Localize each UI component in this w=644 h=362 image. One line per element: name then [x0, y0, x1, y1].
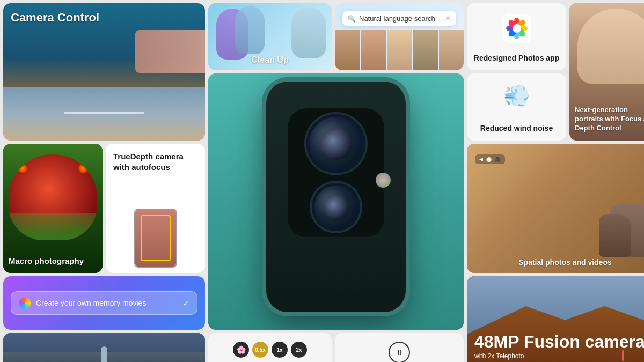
person-4	[413, 30, 437, 70]
memory-input-bar: Create your own memory movies ✓	[11, 291, 197, 315]
tile-natural-language: 🔍 Natural language search ✕	[335, 3, 464, 70]
lens-0-5x: 0.5x	[252, 342, 268, 358]
memory-input-text: Create your own memory movies	[36, 299, 177, 307]
feature-grid: Camera Control Clean Up 🔍 Natural langua…	[0, 0, 644, 362]
tile-spatial: ◀ ⬤ 🎥 Spatial photos and videos	[467, 144, 644, 273]
tile-camera-control: Camera Control	[3, 3, 205, 141]
wind-icon: 💨	[503, 83, 530, 108]
people-thumbnails	[335, 30, 464, 70]
lens-icons: 🌸 0.5x 1x 2x	[208, 342, 332, 358]
tile-fusion: 48MP Fusion camera with 2x Telephoto	[467, 276, 644, 362]
spatial-label: Spatial photos and videos	[467, 258, 644, 267]
svg-point-9	[513, 24, 521, 33]
clean-up-label: Clean Up	[208, 55, 332, 65]
tile-wind-noise: 💨 Reduced wind noise	[467, 73, 566, 141]
tile-clean-up: Clean Up	[208, 3, 332, 70]
search-text: Natural language search	[359, 14, 442, 23]
tile-memory: Create your own memory movies ✓	[3, 276, 205, 330]
camera-control-title: Camera Control	[11, 11, 99, 25]
lens-2x: 2x	[291, 342, 307, 358]
slider-bar	[64, 112, 144, 114]
truedepth-title: TrueDepth camera with autofocus	[113, 151, 197, 172]
tile-portraits: Next-generation portraits with Focus and…	[569, 3, 644, 141]
tile-macro: Macro photography	[3, 144, 103, 273]
tile-four-lenses: 🌸 0.5x 1x 2x Four lenses in your pocket	[208, 333, 332, 362]
camera-control-bg	[3, 87, 205, 141]
truedepth-phone	[134, 209, 177, 268]
person-1	[335, 30, 360, 70]
person-5	[439, 30, 464, 70]
search-icon: 🔍	[348, 15, 356, 23]
fusion-label: 48MP Fusion camera with 2x Telephoto	[474, 333, 644, 360]
lens-1x: 1x	[272, 342, 288, 358]
lens-flower: 🌸	[233, 342, 249, 358]
tile-photos-app: Redesigned Photos app	[467, 3, 566, 70]
fusion-main-text: 48MP Fusion camera	[474, 333, 644, 351]
person-2	[361, 30, 385, 70]
siri-icon	[19, 297, 31, 309]
tile-main-camera	[208, 73, 464, 330]
tile-truedepth: TrueDepth camera with autofocus	[106, 144, 205, 273]
search-bar: 🔍 Natural language search ✕	[342, 11, 456, 26]
face-detection-box	[141, 215, 171, 261]
photos-app-label: Redesigned Photos app	[467, 53, 566, 63]
wind-noise-label: Reduced wind noise	[467, 123, 566, 133]
person-3	[387, 30, 412, 70]
macro-label: Macro photography	[9, 256, 84, 265]
finger-image	[135, 30, 205, 73]
check-icon: ✓	[182, 298, 189, 308]
pause-button-icon: ⏸	[389, 342, 410, 362]
portraits-label: Next-generation portraits with Focus and…	[575, 106, 644, 133]
tile-ultrawide: New Ultra Wide with autofocus	[3, 333, 205, 362]
tile-pause-video: ⏸ Pause video recording	[335, 333, 464, 362]
photos-app-icon	[502, 14, 531, 43]
fusion-sub-text: with 2x Telephoto	[474, 352, 644, 360]
clear-button: ✕	[445, 14, 451, 23]
